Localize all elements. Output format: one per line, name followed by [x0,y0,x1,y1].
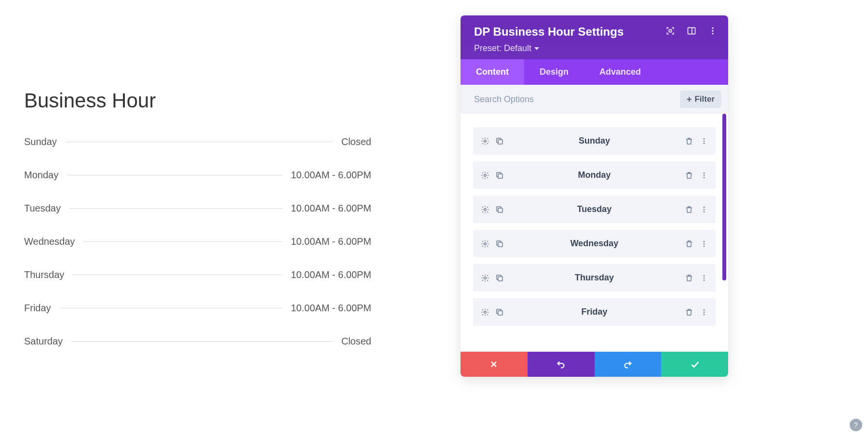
duplicate-icon[interactable] [495,239,504,248]
more-vertical-icon[interactable] [700,137,708,145]
more-vertical-icon[interactable] [700,206,708,213]
hours-row: SaturdayClosed [24,336,371,347]
hours-value: 10.00AM - 6.00PM [282,303,371,314]
hours-day: Sunday [24,136,66,147]
duplicate-icon[interactable] [495,137,504,146]
hours-divider [73,275,282,275]
tab-content[interactable]: Content [461,59,524,85]
scrollbar[interactable] [722,114,726,280]
trash-icon[interactable] [685,205,693,214]
chevron-down-icon [534,47,539,50]
hours-divider [83,241,282,242]
panel-title: DP Business Hour Settings [474,25,624,39]
tab-advanced[interactable]: Advanced [584,59,656,85]
hours-divider [69,208,282,209]
duplicate-icon[interactable] [495,308,504,317]
svg-point-19 [704,209,705,210]
list-item-label: Wednesday [504,238,685,249]
list-item[interactable]: Sunday [473,127,716,155]
trash-icon[interactable] [685,308,693,317]
svg-point-4 [712,30,713,31]
list-item[interactable]: Friday [473,298,716,326]
trash-icon[interactable] [685,239,693,248]
discard-button[interactable] [461,352,528,377]
hours-divider [67,175,282,175]
list-item-label: Friday [504,307,685,317]
svg-point-20 [704,211,705,212]
svg-point-21 [484,242,487,245]
action-bar [461,352,728,377]
svg-point-13 [704,172,705,174]
gear-icon[interactable] [481,205,489,214]
duplicate-icon[interactable] [495,205,504,214]
hours-day: Saturday [24,336,71,347]
list-item[interactable]: Tuesday [473,196,716,223]
svg-point-6 [484,140,487,142]
expand-icon[interactable] [665,26,675,38]
trash-icon[interactable] [685,274,693,282]
svg-point-3 [712,27,713,29]
svg-point-8 [704,138,705,140]
help-badge-label: ? [854,421,858,429]
svg-point-31 [484,311,487,313]
svg-rect-7 [498,140,502,144]
duplicate-icon[interactable] [495,274,504,282]
header-icon-group [665,26,718,38]
svg-point-14 [704,174,705,176]
business-hour-preview: Business Hour SundayClosedMonday10.00AM … [24,89,371,369]
svg-point-34 [704,311,705,313]
gear-icon[interactable] [481,239,489,248]
gear-icon[interactable] [481,308,489,317]
help-badge[interactable]: ? [850,419,862,431]
preset-label: Preset: Default [474,43,531,53]
more-vertical-icon[interactable] [700,172,708,179]
hours-day: Tuesday [24,203,69,214]
hours-value: 10.00AM - 6.00PM [282,269,371,280]
hours-day: Wednesday [24,236,83,247]
hours-divider [66,142,333,142]
tab-bar: ContentDesignAdvanced [461,59,728,85]
svg-point-5 [712,33,713,34]
undo-button[interactable] [528,352,595,377]
more-vertical-icon[interactable] [700,240,708,248]
save-button[interactable] [661,352,728,377]
list-item[interactable]: Wednesday [473,230,716,257]
svg-point-30 [704,279,705,281]
filter-button[interactable]: + Filter [680,91,721,108]
gear-icon[interactable] [481,274,489,282]
list-item[interactable]: Thursday [473,264,716,291]
hours-row: Friday10.00AM - 6.00PM [24,303,371,314]
gear-icon[interactable] [481,171,489,180]
redo-button[interactable] [595,352,662,377]
svg-point-11 [484,174,487,176]
snap-panel-icon[interactable] [687,26,696,38]
tab-design[interactable]: Design [524,59,584,85]
list-item[interactable]: Monday [473,161,716,189]
hours-row: Wednesday10.00AM - 6.00PM [24,236,371,247]
svg-point-25 [704,245,705,247]
hours-row: SundayClosed [24,136,371,147]
svg-point-29 [704,277,705,278]
hours-divider [60,308,283,308]
more-vertical-icon[interactable] [700,308,708,316]
more-vertical-icon[interactable] [708,26,718,38]
panel-header: DP Business Hour Settings Preset: Defaul… [461,15,728,59]
hours-day: Monday [24,170,67,181]
settings-panel: DP Business Hour Settings Preset: Defaul… [461,15,728,377]
hours-row: Monday10.00AM - 6.00PM [24,170,371,181]
search-input[interactable] [474,94,599,105]
preset-selector[interactable]: Preset: Default [474,43,718,53]
hours-divider [71,341,333,342]
trash-icon[interactable] [685,137,693,146]
svg-point-23 [704,241,705,242]
duplicate-icon[interactable] [495,171,504,180]
hours-row: Thursday10.00AM - 6.00PM [24,269,371,280]
hours-value: 10.00AM - 6.00PM [282,170,371,181]
hours-value: Closed [333,336,371,347]
svg-point-35 [704,314,705,315]
hours-value: Closed [333,136,371,147]
more-vertical-icon[interactable] [700,274,708,282]
hours-value: 10.00AM - 6.00PM [282,236,371,247]
gear-icon[interactable] [481,137,489,146]
trash-icon[interactable] [685,171,693,180]
